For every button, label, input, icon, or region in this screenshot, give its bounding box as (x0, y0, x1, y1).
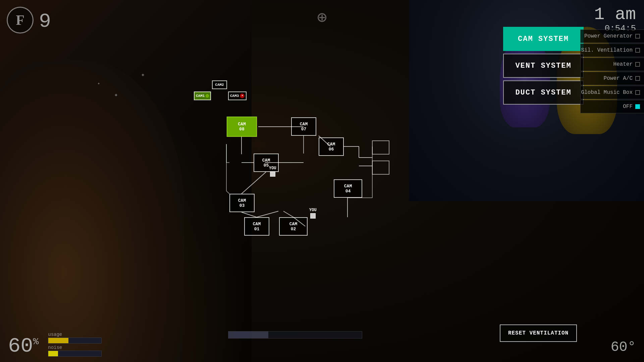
cam1-mini-dot (206, 94, 209, 98)
cam-indicator-3[interactable]: CAM3 × (228, 92, 247, 100)
cam-node-01[interactable]: CAM01 (244, 217, 269, 236)
vent-system-button[interactable]: VENT SYSTEM (503, 54, 584, 78)
svg-line-10 (241, 172, 266, 194)
power-display: 60% (8, 336, 39, 357)
toggle-power-ac-dot (635, 76, 640, 81)
power-percent: 60% (8, 336, 39, 357)
toggle-power-ac[interactable]: Power A/C (580, 72, 644, 85)
toggle-power-generator[interactable]: Power Generator (580, 29, 644, 43)
usage-bar-track (48, 338, 102, 344)
logo-letter: F (16, 12, 24, 28)
svg-rect-23 (372, 141, 389, 154)
noise-bar-row: noise (48, 345, 102, 357)
stats-bars: usage noise (48, 332, 102, 357)
toggle-global-music-box[interactable]: Global Music Box (580, 86, 644, 99)
cam3-mini-label: CAM3 (230, 94, 239, 98)
toggle-off-dot (635, 104, 640, 109)
cam-node-07[interactable]: CAM07 (291, 117, 316, 136)
svg-rect-24 (372, 161, 389, 174)
toggle-power-ac-label: Power A/C (604, 75, 633, 81)
top-cam-map: CAM1 CAM2 CAM3 × (174, 79, 282, 122)
cam-indicator-1[interactable]: CAM1 (194, 92, 211, 100)
usage-bar-fill (48, 338, 68, 343)
you-marker-top: YOU (269, 166, 276, 177)
cam1-mini-label: CAM1 (196, 94, 205, 98)
cam2-mini-label: CAM2 (215, 83, 224, 87)
cam-system-button[interactable]: CAM SYSTEM (503, 27, 584, 51)
toggle-heater-label: Heater (613, 61, 633, 67)
cam-node-03[interactable]: CAM03 (229, 194, 255, 212)
svg-line-15 (283, 211, 293, 217)
toggle-power-generator-label: Power Generator (584, 33, 633, 39)
toggle-sil-ventilation-label: Sil. Ventilation (581, 47, 633, 53)
freddy-silhouette (0, 60, 184, 362)
toggle-global-music-box-dot (635, 90, 640, 95)
toggle-global-music-box-label: Global Music Box (581, 89, 633, 96)
cam-node-04[interactable]: CAM04 (334, 179, 362, 198)
cam-node-06[interactable]: CAM06 (319, 137, 344, 156)
cam-node-02[interactable]: CAM02 (279, 217, 308, 236)
toggle-sil-ventilation[interactable]: Sil. Ventilation (580, 44, 644, 57)
fnaf-logo-icon: F (7, 7, 34, 34)
cam3-mini-x: × (240, 94, 245, 98)
toggle-power-generator-dot (635, 34, 640, 39)
temperature-display: 60° (610, 339, 636, 355)
noise-label: noise (48, 345, 102, 350)
night-number: 9 (39, 10, 51, 33)
usage-label: usage (48, 332, 102, 337)
toggle-off-label: OFF (623, 104, 633, 110)
noise-bar-track (48, 351, 102, 357)
side-toggles: Power Generator Sil. Ventilation Heater … (580, 29, 644, 114)
duct-system-button[interactable]: DUCT SYSTEM (503, 80, 584, 105)
noise-bar-fill (48, 351, 58, 356)
svg-line-12 (241, 212, 257, 217)
toggle-sil-ventilation-dot (635, 48, 640, 53)
you-marker-bottom: YOU (309, 208, 317, 219)
cam-indicator-2[interactable]: CAM2 (212, 80, 227, 89)
toggle-heater-dot (635, 62, 640, 67)
svg-line-14 (257, 211, 278, 217)
svg-line-20 (226, 191, 229, 194)
toggle-off[interactable]: OFF (580, 100, 644, 113)
bottom-bar: 60% usage noise (0, 328, 644, 362)
usage-bar-row: usage (48, 332, 102, 344)
toggle-heater[interactable]: Heater (580, 58, 644, 71)
